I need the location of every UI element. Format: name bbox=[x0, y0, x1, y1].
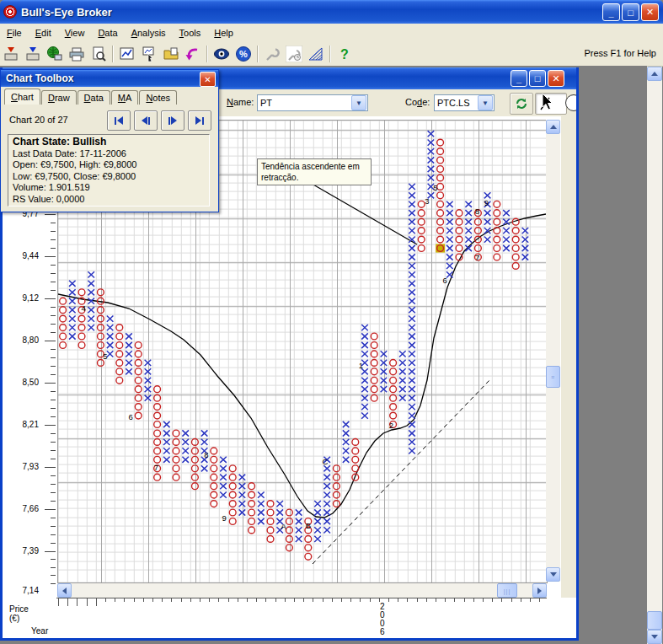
price-tick bbox=[45, 551, 56, 552]
price-tick bbox=[51, 231, 56, 232]
price-tick bbox=[51, 559, 56, 560]
chevron-down-icon[interactable]: ▼ bbox=[351, 95, 366, 110]
price-tick bbox=[51, 265, 56, 266]
price-tick bbox=[51, 416, 56, 417]
previous-chart-button[interactable] bbox=[134, 110, 158, 131]
tab-ma[interactable]: MA bbox=[111, 90, 139, 105]
time-tick bbox=[539, 598, 540, 602]
scroll-right-button[interactable] bbox=[532, 583, 547, 598]
web-download-button[interactable] bbox=[45, 44, 65, 64]
time-tick bbox=[171, 598, 172, 602]
price-tick-label: 7,93 bbox=[5, 462, 39, 471]
minimize-button[interactable]: _ bbox=[602, 3, 620, 21]
time-tick bbox=[417, 598, 418, 602]
left-arrow-icon bbox=[62, 588, 67, 594]
print-preview-button[interactable] bbox=[88, 44, 109, 64]
first-chart-button[interactable] bbox=[107, 110, 131, 131]
time-tick bbox=[190, 598, 191, 602]
help-button[interactable]: ? bbox=[334, 44, 355, 64]
menu-data[interactable]: Data bbox=[91, 25, 124, 40]
print-preview-icon bbox=[90, 46, 107, 62]
chart-maximize-button[interactable]: □ bbox=[529, 70, 546, 87]
chart-vertical-scrollbar[interactable]: ≡ bbox=[546, 120, 560, 582]
month-marker: 7 bbox=[154, 463, 158, 472]
import-button[interactable] bbox=[1, 44, 21, 64]
tab-draw[interactable]: Draw bbox=[41, 90, 77, 105]
grid-button[interactable] bbox=[306, 44, 326, 64]
toolbox-close-button[interactable]: ✕ bbox=[200, 72, 216, 87]
chart-horizontal-scrollbar[interactable]: ||| bbox=[57, 583, 547, 598]
help-icon: ? bbox=[336, 46, 353, 62]
name-combobox[interactable]: PT ▼ bbox=[257, 94, 368, 111]
svg-text:?: ? bbox=[340, 47, 349, 62]
price-tick bbox=[45, 256, 56, 257]
scroll-left-button[interactable] bbox=[57, 583, 72, 598]
wrench-button[interactable] bbox=[262, 44, 282, 64]
tab-chart[interactable]: Chart bbox=[4, 89, 40, 105]
name-label: Name: bbox=[227, 97, 254, 107]
price-tick bbox=[51, 518, 56, 518]
menu-tools[interactable]: Tools bbox=[173, 25, 208, 40]
scroll-down-button[interactable] bbox=[546, 567, 560, 582]
undo-button[interactable] bbox=[183, 44, 203, 64]
export-icon bbox=[24, 46, 41, 62]
scroll-up-button[interactable] bbox=[546, 120, 560, 134]
eye-button[interactable] bbox=[211, 44, 232, 64]
vertical-scroll-thumb[interactable]: ≡ bbox=[546, 366, 560, 388]
time-tick bbox=[511, 598, 512, 602]
horizontal-scroll-thumb[interactable]: ||| bbox=[497, 583, 517, 598]
time-tick bbox=[275, 598, 276, 602]
toolbox-title-bar[interactable]: Chart Toolbox bbox=[1, 70, 218, 87]
month-marker: 6 bbox=[443, 276, 447, 285]
price-tick bbox=[45, 425, 56, 426]
menu-file[interactable]: File bbox=[0, 25, 29, 40]
scroll-down-button[interactable] bbox=[647, 630, 662, 644]
percent-button[interactable]: % bbox=[233, 44, 254, 64]
menu-help[interactable]: Help bbox=[207, 25, 240, 40]
time-tick bbox=[124, 598, 125, 602]
main-vertical-scrollbar[interactable] bbox=[647, 67, 662, 644]
menu-edit[interactable]: Edit bbox=[29, 25, 58, 40]
time-tick bbox=[454, 598, 455, 602]
menu-view[interactable]: View bbox=[58, 25, 92, 40]
hand-chart-icon bbox=[141, 46, 158, 62]
price-tick-label: 7,66 bbox=[5, 504, 39, 513]
refresh-button[interactable] bbox=[510, 93, 533, 115]
price-tick bbox=[51, 534, 56, 535]
vertical-scroll-thumb[interactable] bbox=[647, 611, 662, 630]
chart-annotation[interactable]: Tendência ascendente em retracção. bbox=[257, 158, 372, 185]
scroll-up-button[interactable] bbox=[647, 67, 662, 81]
time-tick bbox=[67, 598, 68, 606]
next-chart-button[interactable] bbox=[161, 110, 184, 131]
tab-data[interactable]: Data bbox=[78, 90, 110, 105]
time-tick bbox=[360, 598, 361, 602]
price-tick bbox=[51, 567, 56, 568]
price-tick bbox=[51, 307, 56, 308]
price-tick bbox=[51, 400, 56, 400]
last-chart-button[interactable] bbox=[188, 110, 211, 131]
menu-analysis[interactable]: Analysis bbox=[125, 25, 173, 40]
open-folder-button[interactable] bbox=[161, 44, 181, 64]
price-tick bbox=[51, 366, 56, 367]
month-marker: A bbox=[281, 522, 287, 531]
wrench-clock-button[interactable] bbox=[284, 44, 304, 64]
export-button[interactable] bbox=[23, 44, 43, 64]
close-button[interactable]: ✕ bbox=[641, 3, 659, 21]
chart-state-panel: Chart State: Bullish Last Data Date: 17-… bbox=[8, 134, 210, 207]
time-tick bbox=[370, 598, 371, 602]
chart-close-button[interactable]: ✕ bbox=[548, 70, 564, 87]
price-tick-label: 8,50 bbox=[5, 378, 39, 387]
chart-minimize-button[interactable]: _ bbox=[511, 70, 527, 87]
hand-chart-button[interactable] bbox=[139, 44, 159, 64]
code-combobox[interactable]: PTC.LS ▼ bbox=[434, 94, 495, 111]
time-tick bbox=[115, 598, 115, 602]
tab-notes[interactable]: Notes bbox=[139, 90, 177, 105]
price-tick bbox=[51, 442, 56, 443]
new-chart-button[interactable] bbox=[117, 44, 137, 64]
price-tick bbox=[51, 349, 56, 350]
app-title: Bull's-Eye Broker bbox=[21, 6, 112, 19]
print-button[interactable] bbox=[67, 44, 87, 64]
circle-tool-button[interactable] bbox=[565, 94, 576, 111]
maximize-button[interactable]: □ bbox=[622, 3, 639, 21]
chevron-down-icon[interactable]: ▼ bbox=[478, 95, 493, 110]
